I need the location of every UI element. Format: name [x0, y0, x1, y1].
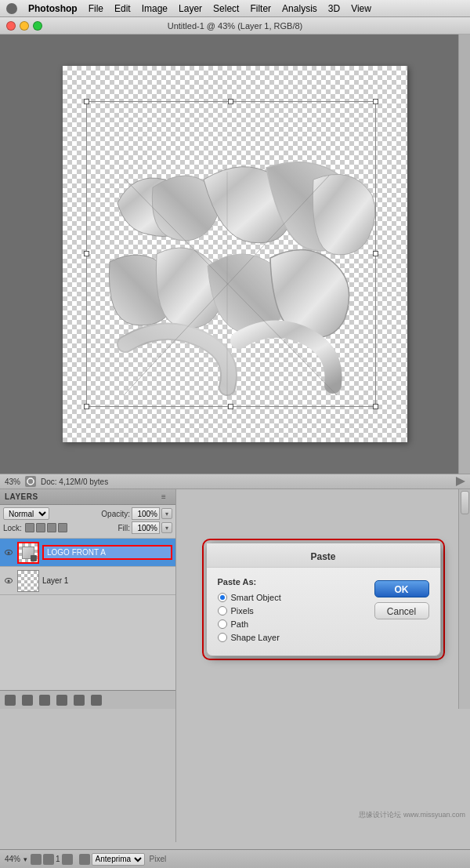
status-arrow-icon[interactable] — [456, 477, 465, 486]
layer-item-0[interactable]: LOGO FRONT A — [0, 539, 175, 567]
bottom-panel: LAYERS ≡ Normal Opacity: ▾ Lock: — [0, 489, 470, 842]
radio-smart-object[interactable] — [218, 593, 227, 602]
bottom-zoom-value: 44% — [5, 855, 20, 863]
layer-nav-icon[interactable] — [79, 854, 90, 865]
minimize-button[interactable] — [20, 21, 29, 31]
maximize-button[interactable] — [33, 21, 42, 31]
menubar: Photoshop File Edit Image Layer Select F… — [0, 0, 470, 17]
delete-layer-icon[interactable] — [91, 695, 102, 706]
radio-pixels[interactable] — [218, 606, 227, 616]
next-page-icon[interactable] — [62, 854, 73, 865]
navigator-icon[interactable] — [25, 476, 36, 487]
radio-item-1[interactable]: Pixels — [218, 606, 367, 616]
lock-label: Lock: — [3, 524, 22, 532]
svg-point-3 — [27, 478, 34, 485]
dialog-title: Paste — [207, 543, 440, 568]
layers-bottom-bar — [0, 690, 175, 709]
layer-controls: Anteprima Pixel — [79, 853, 167, 866]
radio-shape-layer[interactable] — [218, 633, 227, 642]
transform-handle-mr[interactable] — [373, 251, 378, 256]
layer-select[interactable]: Anteprima — [92, 853, 145, 866]
statusbar: 43% Doc: 4,12M/0 bytes — [0, 474, 470, 489]
fill-input[interactable] — [132, 521, 160, 534]
layer-eye-0[interactable] — [3, 547, 14, 558]
transform-handle-tl[interactable] — [84, 99, 89, 104]
menu-3d[interactable]: 3D — [328, 3, 340, 14]
nav-icon[interactable] — [43, 854, 54, 865]
radio-item-3[interactable]: Shape Layer — [218, 633, 367, 642]
canvas-document — [63, 66, 407, 442]
opacity-input[interactable] — [132, 507, 160, 520]
document-title: Untitled-1 @ 43% (Layer 1, RGB/8) — [168, 21, 303, 31]
zoom-dropdown-icon[interactable]: ▾ — [24, 855, 27, 863]
scroll-thumb[interactable] — [461, 491, 469, 514]
radio-label-3: Shape Layer — [231, 633, 280, 642]
doc-size: Doc: 4,12M/0 bytes — [41, 478, 451, 486]
cancel-button[interactable]: Cancel — [374, 602, 429, 619]
transform-handle-bl[interactable] — [84, 404, 89, 409]
add-style-icon[interactable] — [22, 695, 33, 706]
radio-path[interactable] — [218, 619, 227, 629]
menu-file[interactable]: File — [89, 3, 103, 14]
menu-filter[interactable]: Filter — [250, 3, 271, 14]
prev-page-icon[interactable] — [31, 854, 42, 865]
titlebar: Untitled-1 @ 43% (Layer 1, RGB/8) — [0, 17, 470, 35]
layer-thumb-1 — [17, 570, 39, 592]
menu-analysis[interactable]: Analysis — [282, 3, 317, 14]
nav-controls: 1 — [31, 854, 73, 865]
transform-handle-br[interactable] — [373, 404, 378, 409]
ok-button[interactable]: OK — [374, 580, 429, 597]
lock-move-icon[interactable] — [47, 523, 56, 532]
transform-bounding-box — [86, 101, 376, 407]
layer-name-1: Layer 1 — [42, 576, 172, 585]
opacity-label: Opacity: — [101, 510, 130, 518]
blend-mode-select[interactable]: Normal — [3, 507, 49, 520]
menu-layer[interactable]: Layer — [179, 3, 202, 14]
layer-item-1[interactable]: Layer 1 — [0, 567, 175, 595]
new-layer-icon[interactable] — [74, 695, 85, 706]
menu-select[interactable]: Select — [213, 3, 239, 14]
layers-panel-title: LAYERS — [5, 492, 38, 501]
layer-name-0: LOGO FRONT A — [42, 545, 172, 560]
layers-list: LOGO FRONT A Layer 1 — [0, 539, 175, 690]
transform-handle-bc[interactable] — [228, 404, 233, 409]
lock-all-icon[interactable] — [58, 523, 67, 532]
app-bottom-bar: 44% ▾ 1 Anteprima Pixel — [0, 849, 470, 868]
paste-dialog: Paste Paste As: Smart Object Pixels — [202, 539, 445, 660]
layers-panel: LAYERS ≡ Normal Opacity: ▾ Lock: — [0, 489, 176, 709]
page-number: 1 — [56, 855, 60, 863]
canvas-scrollbar-right[interactable] — [458, 35, 470, 474]
transform-handle-tc[interactable] — [228, 99, 233, 104]
layers-panel-menu-icon[interactable]: ≡ — [161, 492, 171, 502]
canvas-area — [0, 35, 470, 474]
layers-panel-header: LAYERS ≡ — [0, 489, 175, 505]
smart-object-icon-0 — [31, 555, 37, 561]
dialog-overlay: Paste Paste As: Smart Object Pixels — [176, 489, 470, 709]
new-group-icon[interactable] — [56, 695, 67, 706]
fill-arrow-icon[interactable]: ▾ — [161, 522, 172, 533]
layers-scrollbar[interactable] — [458, 489, 470, 709]
app-name[interactable]: Photoshop — [28, 3, 78, 14]
layer-eye-1[interactable] — [3, 576, 14, 587]
radio-label-0: Smart Object — [231, 593, 281, 602]
apple-menu-icon[interactable] — [6, 3, 17, 14]
dialog-options: Paste As: Smart Object Pixels — [218, 577, 367, 646]
lock-transparent-icon[interactable] — [25, 523, 34, 532]
transform-handle-tr[interactable] — [373, 99, 378, 104]
layer-thumb-0 — [17, 542, 39, 564]
link-layers-icon[interactable] — [5, 695, 16, 706]
transform-handle-ml[interactable] — [84, 251, 89, 256]
pixel-label: Pixel — [150, 855, 167, 863]
close-button[interactable] — [6, 21, 16, 31]
menu-view[interactable]: View — [351, 3, 371, 14]
radio-item-2[interactable]: Path — [218, 619, 367, 629]
add-mask-icon[interactable] — [39, 695, 50, 706]
menu-image[interactable]: Image — [142, 3, 168, 14]
opacity-arrow-icon[interactable]: ▾ — [161, 508, 172, 519]
layers-controls: Normal Opacity: ▾ Lock: — [0, 505, 175, 539]
lock-paint-icon[interactable] — [36, 523, 45, 532]
layers-empty-area — [0, 709, 176, 842]
watermark: 思缘设计论坛 www.missyuan.com — [359, 810, 465, 820]
menu-edit[interactable]: Edit — [114, 3, 131, 14]
radio-item-0[interactable]: Smart Object — [218, 593, 367, 602]
